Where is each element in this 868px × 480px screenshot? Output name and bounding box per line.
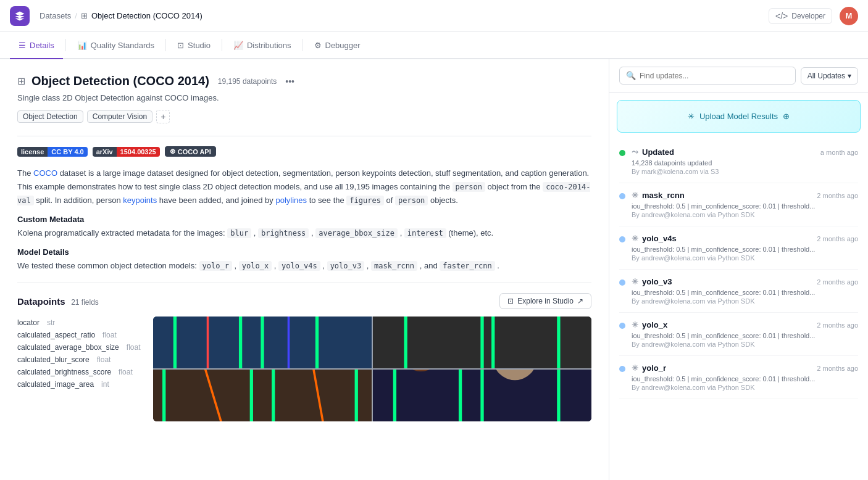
model-name: mask_rcnn: [642, 191, 685, 200]
coco-link[interactable]: COCO: [33, 168, 57, 178]
update-item-yolo-v3: ✳ yolo_v3 2 months ago iou_threshold: 0.…: [619, 270, 858, 313]
dataset-icon: ⊞: [17, 75, 25, 87]
update-content: ✳ yolo_x 2 months ago iou_threshold: 0.5…: [632, 320, 858, 348]
breadcrumb-datasets[interactable]: Datasets: [40, 11, 71, 20]
svg-rect-10: [153, 370, 372, 421]
model-name: yolo_r: [642, 363, 666, 373]
field-type: float: [119, 368, 133, 376]
tab-distributions-label: Distributions: [247, 41, 291, 50]
datapoints-title: Datapoints: [17, 296, 65, 307]
field-row-aspect: calculated_aspect_ratio float: [17, 329, 141, 341]
update-meta: iou_threshold: 0.5 | min_confidence_scor…: [632, 375, 858, 383]
tab-divider-2: [165, 39, 166, 51]
breadcrumb-sep: /: [75, 11, 77, 20]
more-btn[interactable]: •••: [285, 77, 294, 86]
github-label: COCO API: [178, 148, 211, 155]
tab-distributions[interactable]: 📈 Distributions: [225, 32, 300, 59]
dataset-header: ⊞ Object Detection (COCO 2014) 19,195 da…: [17, 74, 591, 88]
image-cell-3: [153, 370, 372, 421]
top-nav: Datasets / ⊞ Object Detection (COCO 2014…: [0, 0, 868, 32]
field-row-bbox: calculated_average_bbox_size float: [17, 341, 141, 354]
tab-quality[interactable]: 📊 Quality Standards: [69, 32, 163, 59]
snowflake-icon: ✳: [632, 191, 638, 200]
model-name: yolo_x: [642, 320, 667, 329]
tag-add-btn[interactable]: +: [156, 110, 170, 123]
search-input[interactable]: [640, 72, 789, 80]
tab-studio[interactable]: ⊡ Studio: [169, 32, 219, 59]
filter-dropdown[interactable]: All Updates ▾: [801, 67, 858, 85]
user-avatar[interactable]: M: [840, 7, 858, 25]
tags: Object Detection Computer Vision +: [17, 110, 591, 123]
field-name: calculated_blur_score: [17, 355, 90, 364]
divider-2: [17, 283, 591, 283]
search-box[interactable]: 🔍: [619, 67, 796, 85]
update-by: By andrew@kolena.com via Python SDK: [632, 384, 858, 391]
fields-badge: 21 fields: [71, 298, 99, 307]
update-by: By andrew@kolena.com via Python SDK: [632, 341, 858, 348]
code-icon: </>: [775, 11, 788, 21]
datapoints-badge: 19,195 datapoints: [218, 77, 277, 86]
sparkle-icon: ✳: [688, 112, 695, 121]
tab-details[interactable]: ☰ Details: [10, 32, 63, 59]
field-row-blur: calculated_blur_score float: [17, 354, 141, 366]
field-name: calculated_brightness_score: [17, 368, 111, 376]
update-time: 2 months ago: [817, 321, 858, 329]
dot-blue: [619, 236, 625, 242]
update-time: 2 months ago: [817, 365, 858, 372]
explore-studio-btn[interactable]: ⊡ Explore in Studio ↗: [499, 293, 591, 309]
update-time: 2 months ago: [817, 192, 858, 199]
tag-object-detection[interactable]: Object Detection: [17, 110, 83, 123]
update-header: ✳ mask_rcnn 2 months ago: [632, 191, 858, 200]
field-name: calculated_average_bbox_size: [17, 343, 119, 352]
dot-blue: [619, 279, 625, 286]
update-header: ✳ yolo_x 2 months ago: [632, 320, 858, 329]
field-name: calculated_aspect_ratio: [17, 331, 95, 339]
update-meta: 14,238 datapoints updated: [632, 159, 858, 167]
developer-badge[interactable]: </> Developer: [769, 8, 832, 24]
debugger-icon: ⚙: [314, 41, 322, 50]
field-type: float: [97, 355, 111, 364]
github-badge[interactable]: ⊛ COCO API: [165, 146, 216, 157]
datapoints-layout: locator str calculated_aspect_ratio floa…: [17, 317, 591, 421]
tab-debugger[interactable]: ⚙ Debugger: [306, 32, 369, 59]
quality-icon: 📊: [77, 41, 87, 50]
field-row-brightness: calculated_brightness_score float: [17, 366, 141, 378]
model-name: yolo_v3: [642, 277, 672, 286]
image-cell-4: [373, 370, 591, 421]
tab-quality-label: Quality Standards: [91, 41, 154, 50]
field-type: str: [47, 318, 55, 327]
tag-computer-vision[interactable]: Computer Vision: [87, 110, 153, 123]
upload-banner[interactable]: ✳ Upload Model Results ⊕: [617, 100, 861, 133]
update-meta: iou_threshold: 0.5 | min_confidence_scor…: [632, 332, 858, 339]
polylines-link[interactable]: polylines: [275, 196, 307, 205]
search-icon: 🔍: [626, 71, 636, 80]
update-meta: iou_threshold: 0.5 | min_confidence_scor…: [632, 289, 858, 296]
update-name: ✳ yolo_r: [632, 363, 666, 373]
datapoints-header: Datapoints 21 fields ⊡ Explore in Studio…: [17, 293, 591, 309]
updated-label: Updated: [642, 147, 674, 157]
field-name: calculated_image_area: [17, 380, 94, 389]
right-panel-header: 🔍 All Updates ▾: [609, 59, 868, 93]
keypoints-link[interactable]: keypoints: [123, 196, 157, 205]
field-row-image-area: calculated_image_area int: [17, 378, 141, 391]
updates-list: ⤳ Updated a month ago 14,238 datapoints …: [609, 140, 868, 480]
datapoints-title-group: Datapoints 21 fields: [17, 296, 99, 307]
breadcrumb: Datasets / ⊞ Object Detection (COCO 2014…: [40, 11, 769, 20]
license-label: license: [17, 147, 48, 157]
update-time: 2 months ago: [817, 235, 858, 242]
update-time: a month ago: [820, 149, 858, 156]
dot-blue: [619, 323, 625, 329]
model-name: yolo_v4s: [642, 234, 677, 243]
license-badge-cc[interactable]: license CC BY 4.0: [17, 147, 88, 157]
license-badge-arxiv[interactable]: arXiv 1504.00325: [93, 147, 160, 157]
tab-divider-1: [65, 39, 66, 51]
tab-debugger-label: Debugger: [325, 41, 361, 50]
update-item-mask-rcnn: ✳ mask_rcnn 2 months ago iou_threshold: …: [619, 183, 858, 226]
update-by: By mark@kolena.com via S3: [632, 168, 858, 175]
arxiv-label: arXiv: [93, 147, 117, 157]
app-logo[interactable]: [10, 6, 30, 26]
update-name: ✳ yolo_x: [632, 320, 667, 329]
model-details-title: Model Details: [17, 247, 591, 257]
route-icon: ⤳: [632, 147, 638, 157]
update-content: ✳ yolo_v3 2 months ago iou_threshold: 0.…: [632, 277, 858, 305]
